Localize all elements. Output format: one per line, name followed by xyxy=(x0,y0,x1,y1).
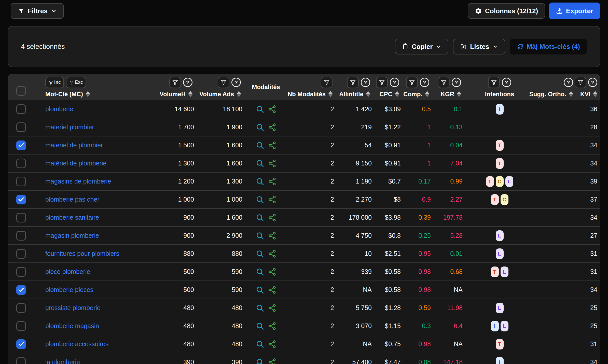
sort-arrows[interactable] xyxy=(457,91,461,97)
share-icon[interactable] xyxy=(268,123,277,132)
row-checkbox[interactable] xyxy=(16,213,26,222)
column-filter-button[interactable] xyxy=(488,77,500,88)
share-icon[interactable] xyxy=(268,286,277,294)
sort-arrows[interactable] xyxy=(86,91,90,97)
search-icon[interactable] xyxy=(256,249,264,258)
keyword-link[interactable]: magasins de plomberie xyxy=(45,178,111,185)
column-header-mot-cl-mc[interactable]: IncExcMot-Clé (MC) xyxy=(36,74,133,100)
help-icon[interactable]: ? xyxy=(588,78,597,87)
sort-arrows[interactable] xyxy=(188,91,192,97)
share-icon[interactable] xyxy=(268,141,277,150)
search-icon[interactable] xyxy=(256,231,264,240)
help-icon[interactable]: ? xyxy=(183,78,192,87)
inc-filter-button[interactable]: Inc xyxy=(45,77,64,88)
column-header-cpc[interactable]: ?CPC xyxy=(372,74,401,100)
select-all-checkbox[interactable] xyxy=(16,86,26,96)
column-header-sugg-ortho[interactable]: ?Sugg. Ortho. xyxy=(536,74,575,100)
exc-filter-button[interactable]: Exc xyxy=(66,77,86,88)
keyword-link[interactable]: materiel plombier xyxy=(45,123,94,131)
keyword-link[interactable]: plomberie magasin xyxy=(45,322,99,330)
share-icon[interactable] xyxy=(268,213,277,222)
column-header-modalit-s[interactable]: Modalités xyxy=(242,74,289,100)
row-checkbox[interactable] xyxy=(16,104,26,114)
share-icon[interactable] xyxy=(268,195,277,204)
sort-arrows[interactable] xyxy=(425,91,429,97)
search-icon[interactable] xyxy=(256,159,264,168)
exporter-button[interactable]: Exporter xyxy=(549,3,600,19)
share-icon[interactable] xyxy=(268,231,277,240)
column-filter-button[interactable] xyxy=(347,77,359,88)
share-icon[interactable] xyxy=(268,105,277,114)
search-icon[interactable] xyxy=(256,304,264,312)
keyword-link[interactable]: plomberie pas cher xyxy=(45,196,100,203)
listes-button[interactable]: Listes xyxy=(453,39,505,54)
search-icon[interactable] xyxy=(256,268,264,276)
search-icon[interactable] xyxy=(256,340,264,348)
share-icon[interactable] xyxy=(268,340,277,348)
row-checkbox[interactable] xyxy=(16,267,26,277)
keyword-link[interactable]: plomberie sanitaire xyxy=(45,214,99,221)
search-icon[interactable] xyxy=(256,322,264,330)
column-filter-button[interactable] xyxy=(575,77,586,88)
row-checkbox[interactable] xyxy=(16,195,26,204)
help-icon[interactable]: ? xyxy=(452,78,461,87)
help-icon[interactable]: ? xyxy=(231,78,241,87)
column-filter-button[interactable] xyxy=(406,77,418,88)
filtres-button[interactable]: Filtres xyxy=(11,3,64,19)
sort-arrows[interactable] xyxy=(395,91,399,97)
keyword-link[interactable]: piece plomberie xyxy=(45,268,90,275)
row-checkbox[interactable] xyxy=(16,177,26,186)
row-checkbox[interactable] xyxy=(16,141,26,150)
row-checkbox[interactable] xyxy=(16,339,26,349)
column-header-intentions[interactable]: ?Intentions xyxy=(463,74,536,100)
search-icon[interactable] xyxy=(256,141,264,150)
help-icon[interactable]: ? xyxy=(361,78,370,87)
help-icon[interactable]: ? xyxy=(390,78,399,87)
column-header-kgr[interactable]: ?KGR xyxy=(431,74,463,100)
share-icon[interactable] xyxy=(268,249,277,258)
sort-arrows[interactable] xyxy=(569,91,573,97)
keyword-link[interactable]: la plomberie xyxy=(45,358,80,364)
search-icon[interactable] xyxy=(256,358,264,364)
keyword-link[interactable]: plomberie accessoires xyxy=(45,340,109,348)
keyword-link[interactable]: plomberie pieces xyxy=(45,286,93,293)
column-header-kvi[interactable]: ?KVI xyxy=(575,74,600,100)
keyword-link[interactable]: fournitures pour plombiers xyxy=(45,250,119,257)
sort-arrows[interactable] xyxy=(366,91,370,97)
search-icon[interactable] xyxy=(256,213,264,222)
colonnes-button[interactable]: Colonnes (12/12) xyxy=(468,3,545,19)
row-checkbox[interactable] xyxy=(16,285,26,295)
search-icon[interactable] xyxy=(256,195,264,204)
row-checkbox[interactable] xyxy=(16,321,26,331)
share-icon[interactable] xyxy=(268,177,277,186)
sort-arrows[interactable] xyxy=(328,91,333,97)
keyword-link[interactable]: grossiste plomberie xyxy=(45,304,101,312)
column-filter-button[interactable] xyxy=(438,77,450,88)
column-filter-button[interactable] xyxy=(321,77,333,88)
share-icon[interactable] xyxy=(268,159,277,168)
row-checkbox[interactable] xyxy=(16,357,26,364)
row-checkbox[interactable] xyxy=(16,122,26,132)
row-checkbox[interactable] xyxy=(16,231,26,241)
sort-arrows[interactable] xyxy=(237,91,241,97)
search-icon[interactable] xyxy=(256,123,264,132)
search-icon[interactable] xyxy=(256,177,264,186)
column-filter-button[interactable] xyxy=(169,77,181,88)
column-header-allintitle[interactable]: ?Allintitle xyxy=(334,74,372,100)
maj-keywords-button[interactable]: Màj Mots-clés (4) xyxy=(510,39,587,54)
keyword-link[interactable]: matériel de plomberie xyxy=(45,160,106,167)
column-header-volume-ads[interactable]: ?Volume Ads xyxy=(194,74,242,100)
share-icon[interactable] xyxy=(268,268,277,276)
share-icon[interactable] xyxy=(268,322,277,330)
column-filter-button[interactable] xyxy=(218,77,229,88)
row-checkbox[interactable] xyxy=(16,159,26,168)
keyword-link[interactable]: plomberie xyxy=(45,105,73,113)
share-icon[interactable] xyxy=(268,358,277,364)
column-header-volumeh[interactable]: ?VolumeH xyxy=(133,74,194,100)
row-checkbox[interactable] xyxy=(16,303,26,313)
share-icon[interactable] xyxy=(268,304,277,312)
keyword-link[interactable]: magasin plomberie xyxy=(45,232,99,239)
copier-button[interactable]: Copier xyxy=(395,39,448,54)
column-filter-button[interactable] xyxy=(376,77,388,88)
column-header-nb-modalit-s[interactable]: Nb Modalités xyxy=(289,74,334,100)
